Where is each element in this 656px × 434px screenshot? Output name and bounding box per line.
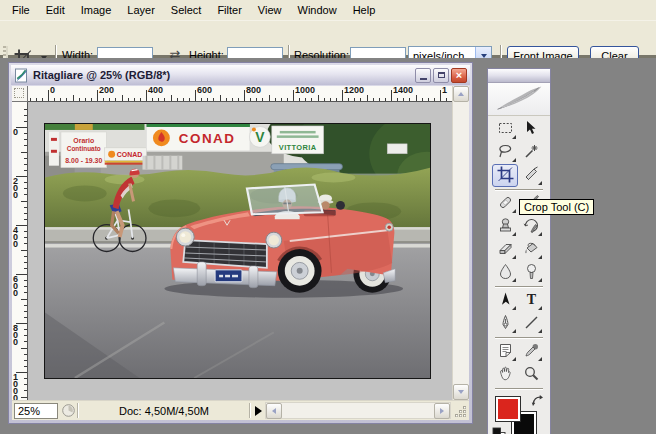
tool-blur[interactable] — [492, 261, 518, 284]
ruler-label: 1 — [442, 86, 447, 95]
menu-select[interactable]: Select — [163, 0, 210, 20]
tool-path-selection[interactable] — [492, 289, 518, 312]
resize-grip[interactable] — [453, 404, 468, 419]
ruler-tick — [24, 280, 27, 281]
tool-rectangular-marquee[interactable] — [492, 118, 518, 141]
menu-image[interactable]: Image — [73, 0, 120, 20]
ruler-label: 1200 — [344, 86, 364, 95]
default-colors-icon[interactable] — [492, 427, 506, 434]
vertical-ruler[interactable]: 02 0 04 0 06 0 08 0 01 0 0 0 — [12, 102, 28, 400]
tool-zoom[interactable] — [518, 363, 544, 386]
maximize-button[interactable] — [433, 68, 449, 83]
document-window: Ritagliare @ 25% (RGB/8*) × 020040060080… — [8, 62, 473, 424]
vertical-scrollbar[interactable] — [452, 86, 469, 400]
horizontal-ruler[interactable]: 02004006008001000120014001 — [28, 86, 452, 102]
ruler-label: 8 0 0 — [13, 325, 18, 346]
ruler-label: 600 — [197, 86, 212, 95]
ruler-label: 4 0 0 — [13, 227, 18, 248]
ruler-tick — [379, 98, 380, 101]
ruler-tick — [238, 98, 239, 101]
status-circle-icon — [61, 403, 76, 418]
color-swatches — [492, 394, 546, 434]
menu-filter[interactable]: Filter — [209, 0, 249, 20]
ruler-tick — [24, 115, 27, 116]
ruler-tick — [24, 194, 27, 195]
menu-help[interactable]: Help — [345, 0, 384, 20]
line-icon — [523, 314, 540, 333]
scroll-left-button[interactable] — [266, 403, 282, 419]
ruler-tick — [24, 262, 27, 263]
status-menu-arrow[interactable] — [255, 406, 262, 416]
ruler-tick — [226, 98, 227, 101]
tool-pen[interactable] — [492, 312, 518, 335]
tool-dodge[interactable] — [518, 261, 544, 284]
tool-notes[interactable] — [492, 340, 518, 363]
horizontal-scrollbar[interactable] — [265, 402, 451, 419]
close-button[interactable]: × — [451, 68, 467, 83]
tool-lasso[interactable] — [492, 141, 518, 164]
ruler-tick — [152, 98, 153, 101]
ruler-tick — [373, 98, 374, 101]
tool-hand[interactable] — [492, 363, 518, 386]
scroll-up-button[interactable] — [453, 86, 469, 102]
tool-history-brush[interactable] — [518, 215, 544, 238]
ruler-tick — [24, 305, 27, 306]
menu-file[interactable]: File — [4, 0, 38, 20]
menu-edit[interactable]: Edit — [38, 0, 73, 20]
tool-magic-wand[interactable] — [518, 141, 544, 164]
tool-eraser[interactable] — [492, 238, 518, 261]
toolbox-divider — [495, 286, 543, 287]
toolbox-palette: T — [487, 68, 551, 434]
ruler-label: 0 — [13, 129, 18, 136]
photoshop-feather-logo[interactable] — [488, 83, 550, 116]
ruler-tick — [128, 98, 129, 101]
document-icon — [14, 68, 29, 83]
tool-type[interactable]: T — [518, 289, 544, 312]
tool-paint-bucket[interactable] — [518, 238, 544, 261]
ruler-tick — [416, 95, 417, 101]
chevron-up-icon — [458, 92, 464, 96]
document-title-bar[interactable]: Ritagliare @ 25% (RGB/8*) × — [11, 65, 470, 85]
menu-window[interactable]: Window — [290, 0, 345, 20]
ruler-tick — [24, 182, 27, 183]
foreground-color-swatch[interactable] — [495, 396, 521, 422]
ruler-tick — [336, 98, 337, 101]
notes-icon — [497, 342, 514, 361]
tool-move[interactable] — [518, 118, 544, 141]
type-icon: T — [523, 291, 540, 310]
toolbox-title-bar[interactable] — [488, 69, 550, 83]
ruler-tick — [24, 219, 27, 220]
ruler-tick — [342, 90, 343, 101]
tool-line[interactable] — [518, 312, 544, 335]
magic-wand-icon — [523, 143, 540, 162]
menu-layer[interactable]: Layer — [119, 0, 163, 20]
tool-eyedropper[interactable] — [518, 340, 544, 363]
ruler-tick — [24, 170, 27, 171]
scroll-down-button[interactable] — [453, 384, 469, 400]
tool-slice[interactable] — [518, 164, 544, 187]
canvas-area[interactable]: Orario Continuato 8.00 - 19.30 CONAD — [28, 102, 452, 400]
ruler-tick — [24, 366, 27, 367]
swap-colors-icon[interactable] — [531, 394, 544, 407]
eraser-icon — [497, 240, 514, 259]
menu-view[interactable]: View — [250, 0, 290, 20]
zoom-level-field[interactable]: 25% — [14, 403, 58, 419]
ruler-tick — [171, 95, 172, 101]
menu-bar: FileEditImageLayerSelectFilterViewWindow… — [0, 0, 656, 21]
ruler-tick — [24, 243, 27, 244]
separator — [249, 403, 251, 418]
doc-size-info: Doc: 4,50M/4,50M — [80, 403, 248, 419]
tool-clone-stamp[interactable] — [492, 215, 518, 238]
tool-healing-brush[interactable] — [492, 192, 518, 215]
ruler-tick — [24, 335, 27, 336]
ruler-tick — [85, 98, 86, 101]
svg-text:T: T — [526, 292, 536, 307]
photo-ritagliare[interactable]: Orario Continuato 8.00 - 19.30 CONAD — [44, 123, 431, 379]
ruler-tick — [36, 98, 37, 101]
ruler-origin-box[interactable] — [12, 86, 28, 102]
minimize-button[interactable] — [415, 68, 431, 83]
ruler-tick — [140, 98, 141, 101]
ruler-tick — [122, 95, 123, 101]
tool-crop[interactable] — [492, 164, 518, 187]
scroll-right-button[interactable] — [434, 403, 450, 419]
